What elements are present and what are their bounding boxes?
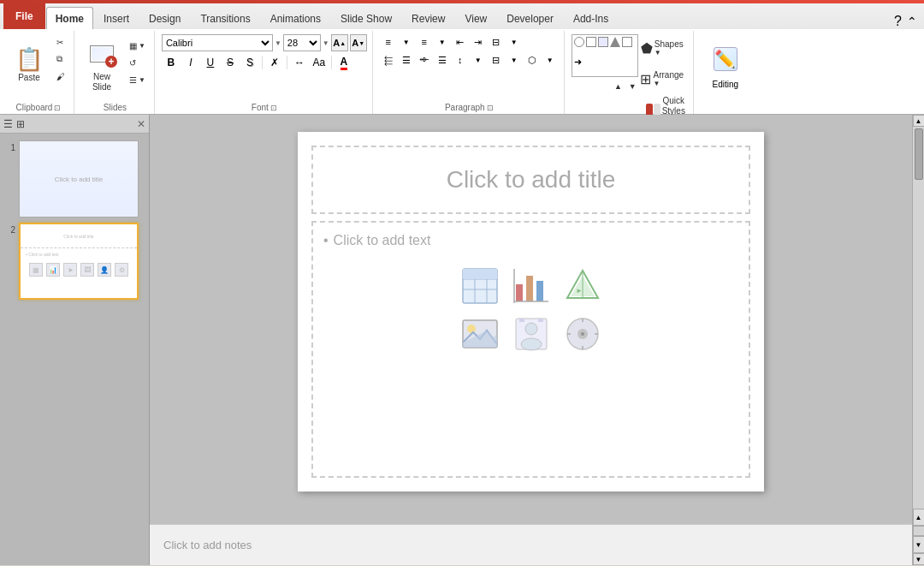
slide-thumb-1[interactable]: Click to add title [19,140,139,217]
slide-thumb-2[interactable]: Click to add title • Click to add text ▦… [19,223,139,300]
clipboard-group: 📋 Paste ✂ ⧉ 🖌 Clipboard ⊡ [3,31,74,114]
columns-button[interactable]: ⊟ [488,34,505,50]
help-icon[interactable]: ? [894,14,902,29]
bullet-list-arrow[interactable]: ▼ [398,34,415,50]
font-name-select[interactable]: Calibri [162,34,273,51]
align-right-button[interactable]: ⬲ [416,52,433,68]
font-size-select[interactable]: 28 [283,34,321,51]
convert-to-smartart-button[interactable]: ⬡ [524,52,541,68]
shape-triangle[interactable] [610,37,620,47]
scroll-down-button[interactable]: ▼ [913,553,925,565]
slide-panel-toolbar: ☰ ⊞ ✕ [0,115,149,134]
minimize-ribbon-icon[interactable]: ⌃ [907,15,917,28]
shapes-scroll-down[interactable]: ▼ [625,79,640,94]
insert-media-icon[interactable] [562,313,603,354]
bold-button[interactable]: B [162,54,181,71]
slide-number-2: 2 [3,225,15,235]
clear-format-button[interactable]: ✗ [265,54,284,71]
tab-review[interactable]: Review [402,7,454,29]
columns-arrow[interactable]: ▼ [506,34,523,50]
numbered-list-button[interactable]: ≡ [416,34,433,50]
font-name-row: Calibri ▼ 28 ▼ A▲ A▼ [162,34,367,51]
paragraph-dialog-icon[interactable]: ⊡ [487,104,494,112]
justify-button[interactable]: ☰ [434,52,451,68]
thumb-chart-icon: 📊 [46,263,60,277]
scroll-page-down-button[interactable]: ▼ [913,536,925,553]
insert-clipart-icon[interactable] [511,313,552,354]
text-direction-button[interactable]: ↕ [452,52,469,68]
shapes-scroll-up[interactable]: ▲ [611,79,625,94]
slide-content-area[interactable]: • Click to add text [311,221,750,478]
tab-insert[interactable]: Insert [94,7,139,29]
underline-button[interactable]: U [201,54,220,71]
new-slide-button[interactable]: + NewSlide [81,34,122,96]
svg-rect-7 [526,276,533,301]
scroll-up-button[interactable]: ▲ [913,115,925,127]
shape-rect[interactable] [586,37,596,47]
slide-title-area[interactable]: Click to add title [311,146,750,214]
thumb1-content: Click to add title [20,141,138,217]
notes-area[interactable]: Click to add notes [150,524,912,565]
tab-view[interactable]: View [455,7,496,29]
format-painter-button[interactable]: 🖌 [53,69,68,84]
scroll-thumb[interactable] [915,128,923,180]
tab-developer[interactable]: Developer [497,7,563,29]
decrease-indent-button[interactable]: ⇤ [452,34,469,50]
align-center-button[interactable]: ☰ [398,52,415,68]
tab-slideshow[interactable]: Slide Show [331,7,401,29]
strikethrough-button[interactable]: S [221,54,240,71]
shape-circle[interactable] [574,37,584,47]
layout-button[interactable]: ▦ ▼ [126,38,149,53]
italic-button[interactable]: I [181,54,200,71]
ribbon: 📋 Paste ✂ ⧉ 🖌 Clipboard ⊡ [0,29,924,115]
change-case-button[interactable]: Aa [310,54,329,71]
shapes-icon: ⬟ [641,40,653,57]
arrange-button[interactable]: ⊞ Arrange ▼ [643,65,681,92]
font-color-button[interactable]: A [335,54,353,71]
reset-button[interactable]: ↺ [126,55,149,70]
slide-bullet: • [323,233,329,248]
editing-mode-label [701,110,750,114]
copy-button[interactable]: ⧉ [53,51,68,67]
tab-animations[interactable]: Animations [261,7,330,29]
font-dialog-icon[interactable]: ⊡ [270,104,277,112]
font-grow-button[interactable]: A▲ [331,34,348,51]
insert-table-icon[interactable] [459,265,500,307]
font-size-arrow: ▼ [323,39,329,47]
shapes-button[interactable]: ⬟ Shapes ▼ [643,34,681,62]
editing-button[interactable]: ✏️ Editing [701,34,750,96]
tab-transitions[interactable]: Transitions [191,7,259,29]
convert-arrow[interactable]: ▼ [542,52,559,68]
tab-addins[interactable]: Add-Ins [564,7,618,29]
shape-rounded-rect[interactable] [598,37,608,47]
char-spacing-button[interactable]: ↔ [290,54,309,71]
insert-picture-icon[interactable] [459,313,500,354]
thumb2-content: Click to add title • Click to add text ▦… [21,224,137,298]
font-shrink-button[interactable]: A▼ [350,34,367,51]
shadow-button[interactable]: S [240,54,259,71]
cut-button[interactable]: ✂ [53,34,68,50]
increase-indent-button[interactable]: ⇥ [470,34,487,50]
bullet-list-button[interactable]: ≡ [380,34,397,50]
tab-file[interactable]: File [3,3,45,29]
align-left-button[interactable]: ⬱ [380,52,397,68]
align-text-button[interactable]: ⊟ [488,52,505,68]
scroll-page-up-button[interactable]: ▲ [913,509,925,526]
slide-title-placeholder: Click to add title [447,166,616,194]
slide-panel-expand-icon[interactable]: ⊞ [16,118,25,130]
align-text-arrow[interactable]: ▼ [506,52,523,68]
slide-panel-menu-icon[interactable]: ☰ [3,118,13,130]
insert-chart-icon[interactable] [511,265,552,307]
section-button[interactable]: ☰ ▼ [126,72,149,87]
clipboard-dialog-icon[interactable]: ⊡ [54,104,61,112]
numbered-list-arrow[interactable]: ▼ [434,34,451,50]
insert-smartart-icon[interactable]: ► [562,265,603,307]
text-direction-arrow[interactable]: ▼ [470,52,487,68]
shape-arrow[interactable]: ➜ [574,57,584,67]
paste-button[interactable]: 📋 Paste [9,34,50,96]
shape-misc[interactable] [622,37,632,47]
slide-panel-close-icon[interactable]: ✕ [137,118,145,130]
tab-design[interactable]: Design [139,7,190,29]
clipboard-content: 📋 Paste ✂ ⧉ 🖌 [9,33,68,101]
tab-home[interactable]: Home [46,7,93,29]
